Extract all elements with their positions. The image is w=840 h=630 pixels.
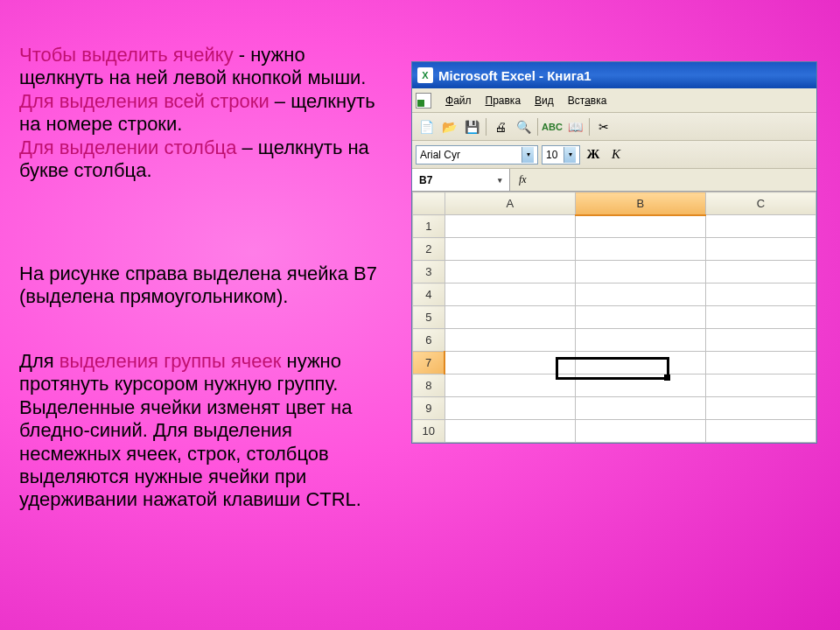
row-header-4[interactable]: 4 [413, 284, 445, 306]
menu-insert[interactable]: Вставка [561, 92, 614, 109]
excel-window: X Microsoft Excel - Книга1 Файл Правка В… [411, 61, 817, 444]
cell-a5[interactable] [444, 306, 575, 329]
cell-c1[interactable] [705, 215, 816, 238]
spell-icon[interactable]: ABC [542, 116, 563, 137]
cell-a4[interactable] [444, 284, 575, 306]
document-icon[interactable] [416, 93, 431, 108]
cell-b5[interactable] [575, 306, 705, 329]
new-icon[interactable]: 📄 [416, 116, 437, 137]
cell-b1[interactable] [575, 215, 705, 238]
cell-a3[interactable] [444, 261, 575, 284]
separator [589, 118, 590, 136]
menu-view[interactable]: Вид [528, 92, 561, 109]
format-toolbar: Arial Cyr ▾ 10 ▾ Ж К [412, 141, 816, 169]
bold-button[interactable]: Ж [584, 145, 603, 164]
name-box-value: B7 [419, 174, 432, 186]
row-header-6[interactable]: 6 [413, 329, 445, 352]
research-icon[interactable]: 📖 [564, 116, 585, 137]
highlight-col: Для выделении столбца [19, 136, 236, 158]
preview-icon[interactable]: 🔍 [513, 116, 534, 137]
cell-a7[interactable] [444, 352, 575, 374]
row-header-5[interactable]: 5 [413, 306, 445, 329]
cell-c10[interactable] [705, 420, 816, 443]
cell-a2[interactable] [444, 238, 575, 261]
row-header-7[interactable]: 7 [413, 352, 445, 374]
row-header-3[interactable]: 3 [413, 261, 445, 284]
instruction-block-3: Для выделения группы ячеек нужно протяну… [19, 350, 391, 512]
grid-area: A B C 1 2 3 4 5 6 7 8 9 10 [412, 192, 816, 443]
dropdown-arrow-icon[interactable]: ▾ [498, 176, 502, 185]
col-header-b[interactable]: B [575, 192, 705, 215]
cell-c5[interactable] [705, 306, 816, 329]
cell-b9[interactable] [575, 397, 705, 420]
menu-file[interactable]: Файл [438, 92, 479, 109]
print-icon[interactable]: 🖨 [490, 116, 511, 137]
save-icon[interactable]: 💾 [461, 116, 482, 137]
cell-b8[interactable] [575, 374, 705, 397]
cell-c3[interactable] [705, 261, 816, 284]
menu-edit[interactable]: Правка [479, 92, 528, 109]
highlight-row: Для выделения всей строки [19, 90, 270, 112]
highlight-cell: Чтобы выделить ячейку [19, 44, 234, 66]
excel-app-icon: X [417, 67, 433, 83]
dropdown-arrow-icon[interactable]: ▾ [522, 147, 534, 163]
formula-bar: B7 ▾ fx [412, 169, 816, 192]
cell-b6[interactable] [575, 329, 705, 352]
cell-a8[interactable] [444, 374, 575, 397]
font-name-box[interactable]: Arial Cyr ▾ [416, 145, 538, 164]
highlight-group: выделения группы ячеек [60, 350, 282, 372]
col-header-c[interactable]: C [705, 192, 816, 215]
cell-b4[interactable] [575, 284, 705, 306]
cut-icon[interactable]: ✂ [593, 116, 614, 137]
row-header-8[interactable]: 8 [413, 374, 445, 397]
cell-b10[interactable] [575, 420, 705, 443]
fx-icon[interactable]: fx [510, 173, 536, 186]
cell-c8[interactable] [705, 374, 816, 397]
cell-a1[interactable] [444, 215, 575, 238]
name-box[interactable]: B7 ▾ [412, 169, 510, 191]
window-title: Microsoft Excel - Книга1 [438, 68, 592, 83]
row-header-10[interactable]: 10 [413, 420, 445, 443]
col-header-a[interactable]: A [444, 192, 575, 215]
cell-c7[interactable] [705, 352, 816, 374]
font-name-value: Arial Cyr [420, 149, 460, 161]
separator [486, 118, 486, 136]
separator [537, 118, 538, 136]
open-icon[interactable]: 📂 [438, 116, 459, 137]
font-size-value: 10 [546, 149, 557, 161]
titlebar[interactable]: X Microsoft Excel - Книга1 [412, 62, 816, 88]
cell-b7[interactable] [575, 352, 705, 374]
dropdown-arrow-icon[interactable]: ▾ [564, 147, 576, 163]
font-size-box[interactable]: 10 ▾ [542, 145, 580, 164]
cell-c6[interactable] [705, 329, 816, 352]
select-all-corner[interactable] [413, 192, 445, 215]
cell-c4[interactable] [705, 284, 816, 306]
cell-c2[interactable] [705, 238, 816, 261]
instruction-block-2: На рисунке справа выделена ячейка В7 (вы… [19, 262, 391, 309]
cell-b2[interactable] [575, 238, 705, 261]
cell-a9[interactable] [444, 397, 575, 420]
row-header-2[interactable]: 2 [413, 238, 445, 261]
row-header-1[interactable]: 1 [413, 215, 445, 238]
standard-toolbar: 📄 📂 💾 🖨 🔍 ABC 📖 ✂ [412, 113, 816, 141]
instruction-block-1: Чтобы выделить ячейку - нужно щелкнуть н… [19, 44, 391, 182]
italic-button[interactable]: К [606, 145, 626, 164]
cell-b3[interactable] [575, 261, 705, 284]
cell-c9[interactable] [705, 397, 816, 420]
menubar: Файл Правка Вид Вставка [412, 88, 816, 113]
cell-a6[interactable] [444, 329, 575, 352]
cell-a10[interactable] [444, 420, 575, 443]
row-header-9[interactable]: 9 [413, 397, 445, 420]
spreadsheet-grid: A B C 1 2 3 4 5 6 7 8 9 10 [412, 192, 816, 443]
